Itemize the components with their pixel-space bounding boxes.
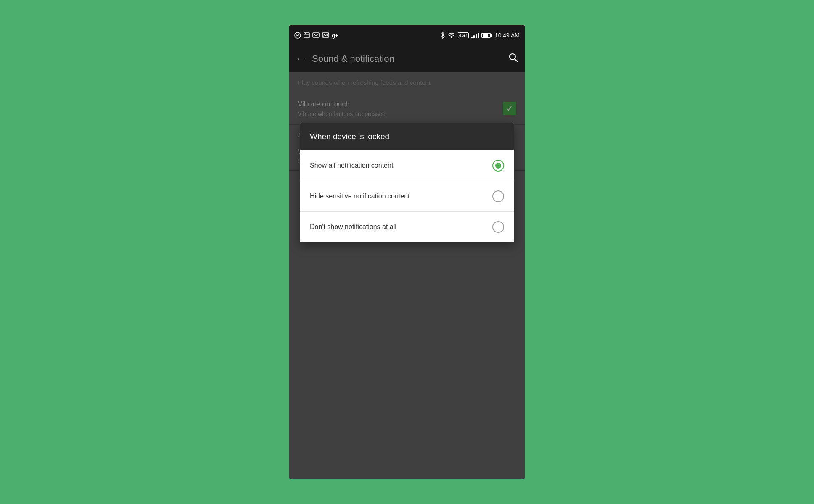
battery-icon <box>481 33 492 38</box>
phone-container: g+ 4G↑ <box>289 25 525 479</box>
signal-icon <box>471 32 479 38</box>
radio-inner-selected <box>495 163 501 169</box>
dialog-header: When device is locked <box>300 123 514 150</box>
browser-icon <box>304 32 310 38</box>
show-all-radio[interactable] <box>492 160 504 172</box>
show-all-option[interactable]: Show all notification content <box>300 150 514 181</box>
hide-sensitive-radio[interactable] <box>492 190 504 202</box>
svg-rect-3 <box>305 33 306 34</box>
status-time: 10:49 AM <box>495 32 520 39</box>
svg-rect-5 <box>322 33 329 37</box>
svg-point-10 <box>510 54 515 60</box>
dialog-title: When device is locked <box>310 132 504 141</box>
messenger-icon <box>294 32 301 39</box>
svg-rect-1 <box>304 33 309 38</box>
bluetooth-icon <box>440 32 445 39</box>
gplus-icon: g+ <box>332 32 338 39</box>
svg-point-0 <box>295 32 301 38</box>
hide-sensitive-label: Hide sensitive notification content <box>310 193 410 200</box>
dont-show-option[interactable]: Don't show notifications at all <box>300 212 514 242</box>
when-device-locked-dialog: When device is locked Show all notificat… <box>300 123 514 242</box>
back-button[interactable]: ← <box>296 53 305 64</box>
hide-sensitive-option[interactable]: Hide sensitive notification content <box>300 181 514 212</box>
status-bar: g+ 4G↑ <box>289 25 525 45</box>
svg-point-9 <box>451 37 452 38</box>
dont-show-radio[interactable] <box>492 221 504 233</box>
app-bar: ← Sound & notification <box>289 45 525 72</box>
svg-line-11 <box>515 59 518 62</box>
dialog-body: Show all notification content Hide sensi… <box>300 150 514 242</box>
status-bar-left: g+ <box>294 32 338 39</box>
content-area: Play sounds when refreshing feeds and co… <box>289 72 525 479</box>
svg-rect-2 <box>304 34 309 35</box>
status-bar-right: 4G↑ 10:49 AM <box>440 32 520 39</box>
mail-icon <box>312 32 320 38</box>
svg-rect-4 <box>313 33 319 37</box>
app-bar-title: Sound & notification <box>312 53 502 64</box>
lte-icon: 4G↑ <box>458 32 469 38</box>
show-all-label: Show all notification content <box>310 162 393 169</box>
wifi-icon <box>448 32 455 38</box>
gmail-icon <box>322 32 329 38</box>
dialog-overlay: When device is locked Show all notificat… <box>289 72 525 479</box>
dont-show-label: Don't show notifications at all <box>310 223 396 231</box>
svg-text:g+: g+ <box>332 32 338 39</box>
search-button[interactable] <box>509 53 518 65</box>
